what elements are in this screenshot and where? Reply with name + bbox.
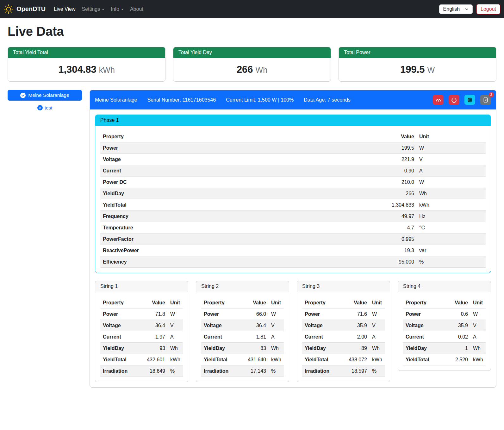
value-cell: 1 [444,343,470,354]
nav-item-label: Live View [54,6,75,12]
nav-item-info[interactable]: Info [108,4,126,15]
nav-item-live-view[interactable]: Live View [51,4,78,15]
phase-table-body: Power199.5WVoltage221.9VCurrent0.90APowe… [100,142,486,268]
property-cell: Voltage [302,320,340,331]
unit-cell: V [370,320,385,331]
summary-card-title: Total Yield Total [8,47,165,58]
inverter-card: Meine Solaranlage Serial Number: 1161716… [90,90,496,388]
unit-cell: A [370,331,385,343]
summary-card-title: Total Yield Day [173,47,331,58]
value-cell: 4.7 [289,222,417,234]
column-header-unit: Unit [370,297,385,308]
value-cell: 71.6 [340,308,370,320]
property-cell: Current [302,331,340,343]
strings-row: String 1 Property Value Unit Power71.8WV… [95,281,491,382]
string-card-body: Property Value Unit Power0.6WVoltage35.9… [398,292,491,371]
summary-unit: kWh [99,65,115,74]
column-header-unit: Unit [417,131,486,142]
logout-button[interactable]: Logout [476,4,500,14]
table-row: Frequency49.97Hz [100,211,486,222]
language-select[interactable]: English [439,4,473,14]
inverter-actions: 2 [433,95,491,105]
column-header-value: Value [289,131,417,142]
string-card-body: Property Value Unit Power66.0WVoltage36.… [196,292,289,382]
phase-card-body: Property Value Unit Power199.5WVoltage22… [95,126,491,273]
nav-links: Live View Settings Info About [51,4,147,15]
property-cell: YieldDay [201,343,239,354]
summary-unit: Wh [256,65,268,74]
table-row: Current0.90A [100,165,486,177]
test-inverter-link[interactable]: test [8,105,82,110]
brand[interactable]: OpenDTU [4,4,46,14]
total-yield-total-card: Total Yield Total 1,304.83kWh [8,47,165,82]
table-row: Efficiency95.000% [100,256,486,268]
check-circle-icon [20,93,26,98]
string-table-body: Power66.0WVoltage36.4VCurrent1.81AYieldD… [201,308,284,377]
column-header-value: Value [340,297,370,308]
event-log-button[interactable]: 2 [480,95,491,105]
table-row: YieldDay83Wh [201,343,284,354]
property-cell: ReactivePower [100,245,289,256]
table-row: YieldTotal431.640kWh [201,354,284,365]
total-power-card: Total Power 199.5W [339,47,496,82]
inverter-name: Meine Solaranlage [95,97,137,103]
value-cell: 199.5 [289,142,417,154]
value-cell: 266 [289,188,417,199]
device-info-button[interactable] [464,95,475,105]
value-cell: 0.995 [289,234,417,245]
x-circle-icon [37,105,43,110]
table-row: Power0.6W [403,308,486,320]
unit-cell: W [417,177,486,188]
table-row: YieldDay266Wh [100,188,486,199]
value-cell: 93 [138,343,168,354]
property-cell: Temperature [100,222,289,234]
value-cell: 71.8 [138,308,168,320]
column-header-property: Property [201,297,239,308]
property-cell: YieldTotal [403,354,444,365]
table-row: Voltage35.9V [403,320,486,331]
content-row: Meine Solaranlage test Meine Solaranlage… [8,90,496,388]
column-header-property: Property [403,297,444,308]
unit-cell: kWh [269,354,284,365]
unit-cell: V [168,320,183,331]
unit-cell: % [269,365,284,377]
string-card-body: Property Value Unit Power71.8WVoltage36.… [95,292,188,382]
test-inverter-label: test [45,105,52,110]
unit-cell [417,234,486,245]
inverter-card-header: Meine Solaranlage Serial Number: 1161716… [90,90,496,109]
table-header-row: Property Value Unit [100,131,486,142]
table-row: Voltage36.4V [100,320,183,331]
phase-table: Property Value Unit Power199.5WVoltage22… [100,131,486,268]
unit-cell: Wh [370,343,385,354]
phase-title: Phase 1 [95,115,491,126]
string-card: String 2 Property Value Unit Power66.0WV… [196,281,289,382]
value-cell: 36.4 [239,320,269,331]
summary-value: 266 [237,64,253,75]
property-cell: YieldTotal [302,354,340,365]
inverter-select-button[interactable]: Meine Solaranlage [8,90,82,101]
string-card-body: Property Value Unit Power71.6WVoltage35.… [297,292,390,382]
nav-item-about[interactable]: About [128,4,146,15]
unit-cell: kWh [417,199,486,211]
property-cell: Voltage [403,320,444,331]
inverter-data-age: Data Age: 7 seconds [304,97,351,103]
inverter-card-body: Phase 1 Property Value Unit [90,109,496,387]
chevron-down-icon [121,9,124,10]
power-settings-button[interactable] [449,95,459,105]
nav-item-settings[interactable]: Settings [79,4,107,15]
table-row: Irradiation18.649% [100,365,183,377]
limit-settings-button[interactable] [433,95,444,105]
unit-cell: Wh [470,343,486,354]
value-cell: 2.00 [340,331,370,343]
value-cell: 19.3 [289,245,417,256]
unit-cell: Wh [417,188,486,199]
property-cell: Irradiation [201,365,239,377]
column-header-value: Value [138,297,168,308]
summary-card-body: 266Wh [173,58,331,81]
unit-cell: V [470,320,486,331]
inverter-current-limit: Current Limit: 1,500 W | 100% [226,97,294,103]
column-header-value: Value [444,297,470,308]
unit-cell: A [168,331,183,343]
string-title: String 4 [398,281,491,292]
table-row: Power199.5W [100,142,486,154]
